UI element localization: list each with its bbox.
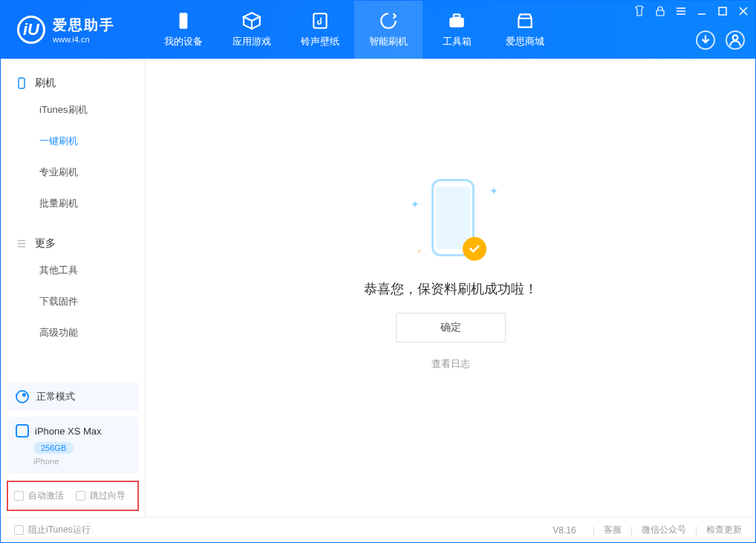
- sidebar-item-pro[interactable]: 专业刷机: [1, 157, 145, 188]
- menu-icon[interactable]: [675, 5, 687, 17]
- sidebar-header-more: 更多: [1, 233, 145, 255]
- main-tabs: 我的设备 应用游戏 铃声壁纸 智能刷机 工具箱 爱思商城: [149, 1, 559, 59]
- logo-icon: iU: [17, 16, 45, 44]
- window-controls: [633, 5, 749, 17]
- logo: iU 爱思助手 www.i4.cn: [1, 16, 149, 44]
- statusbar: 阻止iTunes运行 V8.16 | 客服 | 微信公众号 | 检查更新: [1, 517, 755, 542]
- wechat-link[interactable]: 微信公众号: [642, 524, 686, 536]
- check-update-link[interactable]: 检查更新: [706, 524, 742, 536]
- separator: |: [593, 525, 595, 536]
- separator: |: [630, 525, 633, 536]
- list-icon: [16, 238, 27, 250]
- sparkle-icon: ✦: [411, 198, 420, 210]
- tab-label: 智能刷机: [369, 35, 408, 48]
- sidebar-item-advanced[interactable]: 高级功能: [1, 317, 145, 348]
- tab-smart-flash[interactable]: 智能刷机: [354, 1, 423, 59]
- svg-rect-7: [19, 78, 25, 88]
- svg-rect-1: [313, 13, 326, 28]
- tab-my-device[interactable]: 我的设备: [149, 1, 218, 59]
- device-capacity: 256GB: [33, 442, 74, 454]
- tshirt-icon[interactable]: [633, 5, 645, 17]
- sidebar-header-label: 刷机: [35, 77, 56, 90]
- user-icon[interactable]: [726, 30, 745, 50]
- svg-rect-3: [454, 14, 460, 17]
- main-area: ✦ ✦ ✦ 恭喜您，保资料刷机成功啦！ 确定 查看日志: [146, 59, 755, 517]
- sidebar-header-label: 更多: [35, 237, 56, 250]
- minimize-icon[interactable]: [696, 5, 708, 17]
- logo-text: 爱思助手 www.i4.cn: [53, 16, 115, 44]
- version-label: V8.16: [553, 525, 576, 536]
- sidebar-section-more: 更多 其他工具 下载固件 高级功能: [1, 219, 145, 348]
- tab-apps[interactable]: 应用游戏: [218, 1, 286, 59]
- checkbox-icon: [14, 491, 24, 501]
- sidebar-header-flash: 刷机: [1, 72, 145, 94]
- tab-label: 我的设备: [164, 35, 203, 48]
- app-window: iU 爱思助手 www.i4.cn 我的设备 应用游戏 铃声壁纸 智能刷机: [0, 0, 756, 543]
- tab-ringtone[interactable]: 铃声壁纸: [286, 1, 354, 59]
- device-icon: [16, 77, 27, 89]
- toolbox-icon: [447, 11, 466, 30]
- options-row: 自动激活 跳过向导: [7, 481, 139, 511]
- tab-toolbox[interactable]: 工具箱: [423, 1, 491, 59]
- header: iU 爱思助手 www.i4.cn 我的设备 应用游戏 铃声壁纸 智能刷机: [1, 1, 755, 59]
- checkbox-auto-activate[interactable]: 自动激活: [14, 490, 64, 502]
- sidebar: 刷机 iTunes刷机 一键刷机 专业刷机 批量刷机 更多 其他工具 下载固件 …: [1, 59, 146, 517]
- device-box[interactable]: iPhone XS Max 256GB iPhone: [7, 417, 139, 473]
- maximize-icon[interactable]: [717, 5, 729, 17]
- app-title: 爱思助手: [53, 16, 115, 35]
- tab-label: 应用游戏: [232, 35, 271, 48]
- tab-label: 铃声壁纸: [301, 35, 339, 48]
- header-actions: [696, 30, 745, 50]
- sidebar-item-firmware[interactable]: 下载固件: [1, 286, 145, 317]
- phone-icon: [174, 11, 193, 30]
- checkbox-skip-guide[interactable]: 跳过向导: [76, 490, 126, 502]
- view-log-link[interactable]: 查看日志: [431, 357, 470, 371]
- lock-icon[interactable]: [654, 5, 666, 17]
- shop-icon: [515, 11, 535, 30]
- checkbox-block-itunes[interactable]: 阻止iTunes运行: [14, 524, 91, 536]
- tab-label: 工具箱: [443, 35, 472, 48]
- checkbox-icon: [76, 491, 85, 501]
- phone-small-icon: [16, 424, 29, 438]
- tab-label: 爱思商城: [506, 35, 544, 48]
- svg-point-6: [733, 35, 738, 40]
- mode-box[interactable]: 正常模式: [7, 383, 139, 411]
- checkbox-icon: [14, 525, 24, 535]
- sidebar-section-flash: 刷机 iTunes刷机 一键刷机 专业刷机 批量刷机: [1, 59, 145, 219]
- refresh-shield-icon: [379, 11, 398, 30]
- download-icon[interactable]: [696, 30, 715, 50]
- checkbox-label: 跳过向导: [90, 490, 126, 502]
- separator: |: [695, 525, 697, 536]
- device-type: iPhone: [33, 457, 130, 466]
- sidebar-item-batch[interactable]: 批量刷机: [1, 188, 145, 219]
- app-subtitle: www.i4.cn: [53, 35, 115, 44]
- sparkle-icon: ✦: [417, 248, 422, 255]
- device-name: iPhone XS Max: [35, 426, 102, 437]
- tab-store[interactable]: 爱思商城: [491, 1, 559, 59]
- svg-rect-5: [719, 7, 726, 15]
- svg-rect-0: [180, 13, 188, 29]
- phone-screen-icon: [436, 186, 470, 249]
- result-panel: ✦ ✦ ✦ 恭喜您，保资料刷机成功啦！ 确定 查看日志: [364, 176, 538, 371]
- success-illustration: ✦ ✦ ✦: [399, 176, 503, 265]
- svg-rect-4: [656, 10, 664, 16]
- body: 刷机 iTunes刷机 一键刷机 专业刷机 批量刷机 更多 其他工具 下载固件 …: [1, 59, 755, 517]
- checkbox-label: 自动激活: [28, 490, 64, 502]
- sidebar-item-other[interactable]: 其他工具: [1, 255, 145, 286]
- support-link[interactable]: 客服: [604, 524, 622, 536]
- success-message: 恭喜您，保资料刷机成功啦！: [364, 280, 538, 298]
- sidebar-item-oneclick[interactable]: 一键刷机: [1, 126, 145, 157]
- mode-icon: [16, 390, 29, 403]
- check-badge-icon: [463, 237, 486, 261]
- confirm-button[interactable]: 确定: [396, 313, 506, 342]
- cube-icon: [242, 11, 261, 30]
- close-icon[interactable]: [737, 5, 749, 17]
- mode-label: 正常模式: [36, 390, 75, 403]
- sparkle-icon: ✦: [489, 185, 498, 197]
- music-note-icon: [310, 11, 330, 30]
- checkbox-label: 阻止iTunes运行: [28, 524, 91, 536]
- svg-rect-2: [449, 18, 464, 27]
- sidebar-item-itunes[interactable]: iTunes刷机: [1, 94, 145, 126]
